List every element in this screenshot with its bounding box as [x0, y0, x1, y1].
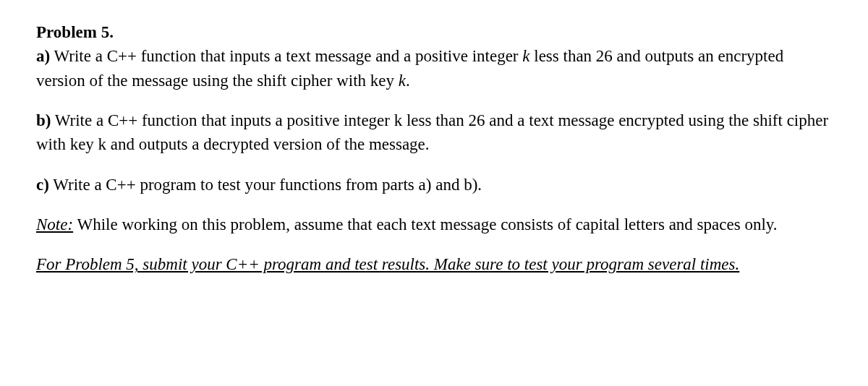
part-a-var2: k: [399, 72, 406, 90]
part-a-label: a): [36, 47, 50, 65]
note-paragraph: Note: While working on this problem, ass…: [36, 213, 832, 236]
note-label: Note:: [36, 215, 73, 233]
part-a-var1: k: [522, 47, 529, 65]
part-a-text1: Write a C++ function that inputs a text …: [50, 47, 522, 65]
submit-paragraph: For Problem 5, submit your C++ program a…: [36, 252, 832, 276]
part-c: c) Write a C++ program to test your func…: [36, 173, 832, 197]
note-text: While working on this problem, assume th…: [73, 215, 777, 233]
problem-header-and-part-a: Problem 5. a) Write a C++ function that …: [36, 20, 832, 93]
part-c-text: Write a C++ program to test your functio…: [49, 176, 482, 194]
part-b-label: b): [36, 111, 51, 129]
part-a-text3: .: [406, 72, 410, 90]
submit-text: For Problem 5, submit your C++ program a…: [36, 255, 739, 273]
part-b-text: Write a C++ function that inputs a posit…: [36, 111, 828, 153]
part-b: b) Write a C++ function that inputs a po…: [36, 108, 832, 157]
problem-title: Problem 5.: [36, 23, 114, 41]
part-c-label: c): [36, 176, 49, 194]
